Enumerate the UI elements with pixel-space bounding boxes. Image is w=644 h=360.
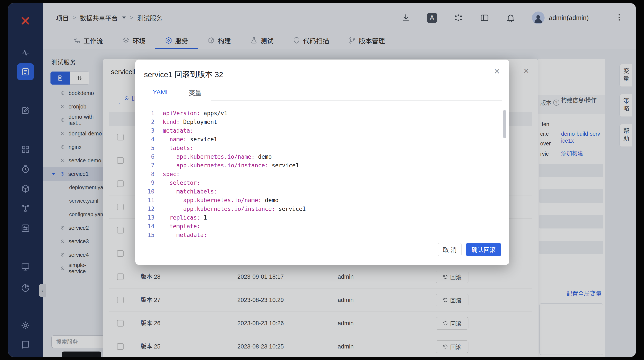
code-line: 11 app.kubernetes.io/name: demo [135, 196, 509, 205]
code-line-number: 7 [135, 161, 163, 170]
code-line-number: 14 [135, 222, 163, 231]
code-value: service1 [268, 161, 299, 170]
code-line-number: 9 [135, 178, 163, 187]
rollback-modal: service1 回滚到版本 32 × YAML 变量 1apiVersion:… [135, 59, 509, 265]
code-value: 1 [200, 213, 207, 222]
code-line-number: 1 [135, 109, 163, 118]
code-line: 6 app.kubernetes.io/name: demo [135, 152, 509, 161]
code-line-number: 8 [135, 170, 163, 178]
code-key: replicas: [163, 213, 200, 222]
code-line-number: 11 [135, 196, 163, 205]
code-key: metadata: [163, 126, 194, 135]
code-line: 4 name: service1 [135, 135, 509, 144]
code-line-number: 12 [135, 205, 163, 213]
code-line-number: 6 [135, 152, 163, 161]
modal-tabs: YAML 变量 [143, 84, 502, 101]
code-line: 15 metadata: [135, 231, 509, 239]
code-key: apiVersion: [163, 109, 200, 118]
code-line: 14 template: [135, 222, 509, 231]
tab-yaml[interactable]: YAML [143, 84, 179, 101]
scrollbar-thumb[interactable] [503, 110, 506, 138]
code-line-number: 2 [135, 118, 163, 126]
code-line: 10 matchLabels: [135, 187, 509, 196]
code-line-number: 15 [135, 231, 163, 239]
code-line: 2kind: Deployment [135, 118, 509, 126]
code-value: demo [262, 196, 278, 205]
code-key: matchLabels: [163, 187, 217, 196]
code-key: kind: [163, 118, 180, 126]
code-value: service1 [275, 205, 306, 213]
code-key: app.kubernetes.io/name: [163, 152, 255, 161]
modal-title: service1 回滚到版本 32 [144, 68, 223, 79]
code-key: app.kubernetes.io/instance: [163, 205, 275, 213]
code-line: 13 replicas: 1 [135, 213, 509, 222]
confirm-rollback-button[interactable]: 确认回滚 [466, 243, 501, 256]
code-line: 1apiVersion: apps/v1 [135, 109, 509, 118]
code-key: name: [163, 135, 187, 144]
code-line: 5 labels: [135, 144, 509, 152]
yaml-code-editor[interactable]: 1apiVersion: apps/v1 2kind: Deployment 3… [135, 101, 509, 244]
app-window: 项目 > 数据共享平台 > 测试服务 A [8, 3, 636, 357]
code-line-number: 3 [135, 126, 163, 135]
code-line-number: 4 [135, 135, 163, 144]
code-key: app.kubernetes.io/name: [163, 196, 262, 205]
cancel-button[interactable]: 取 消 [438, 243, 462, 256]
tab-variables[interactable]: 变量 [179, 84, 211, 101]
code-line: 3metadata: [135, 126, 509, 135]
code-key: template: [163, 222, 200, 231]
code-line-number: 5 [135, 144, 163, 152]
code-value: demo [255, 152, 272, 161]
code-line: 9 selector: [135, 178, 509, 187]
code-key: spec: [163, 170, 180, 178]
code-key: app.kubernetes.io/instance: [163, 161, 268, 170]
code-value: apps/v1 [200, 109, 227, 118]
code-value: Deployment [180, 118, 217, 126]
code-line: 8spec: [135, 170, 509, 178]
code-line-number: 10 [135, 187, 163, 196]
code-value: service1 [187, 135, 217, 144]
code-line: 7 app.kubernetes.io/instance: service1 [135, 161, 509, 170]
modal-close-icon[interactable]: × [494, 66, 500, 76]
code-line: 12 app.kubernetes.io/instance: service1 [135, 205, 509, 213]
code-key: labels: [163, 144, 194, 152]
code-key: selector: [163, 178, 200, 187]
code-key: metadata: [163, 231, 207, 239]
code-line-number: 13 [135, 213, 163, 222]
